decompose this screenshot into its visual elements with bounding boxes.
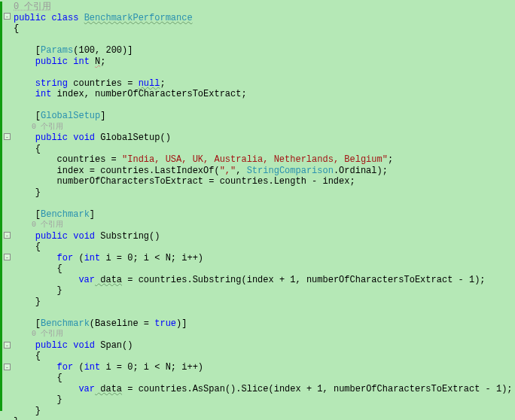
fold-toggle-icon[interactable]: - <box>4 133 11 140</box>
code-line[interactable]: var data = countries.AsSpan().Slice(inde… <box>14 384 515 395</box>
code-line[interactable]: for (int i = 0; i < N; i++) <box>14 253 515 264</box>
code-line[interactable]: numberOfCharactersToExtract = countries.… <box>14 176 515 187</box>
refs-hint[interactable]: 0 个引用 <box>14 122 515 133</box>
code-line[interactable] <box>14 198 515 209</box>
code-line[interactable]: public void Span() <box>14 340 515 352</box>
code-line[interactable]: { <box>14 242 515 253</box>
refs-hint[interactable]: 0 个引用 <box>14 329 515 340</box>
code-line[interactable]: } <box>14 406 515 417</box>
code-line[interactable]: for (int i = 0; i < N; i++) <box>14 362 515 373</box>
fold-toggle-icon[interactable]: - <box>4 232 11 239</box>
code-line[interactable]: } <box>14 285 515 297</box>
code-line[interactable]: string countries = null; <box>14 78 515 90</box>
code-line[interactable]: [Params(100, 200)] <box>14 45 515 56</box>
code-line[interactable]: countries = "India, USA, UK, Australia, … <box>14 154 515 166</box>
code-line[interactable] <box>14 307 515 318</box>
code-line[interactable]: { <box>14 351 515 362</box>
code-line[interactable]: { <box>14 373 515 384</box>
code-line[interactable]: public int N; <box>14 56 515 68</box>
code-line[interactable]: public void Substring() <box>14 231 515 242</box>
code-line[interactable]: { <box>14 144 515 155</box>
fold-toggle-icon[interactable]: - <box>4 254 11 260</box>
fold-toggle-icon[interactable]: - <box>4 342 11 348</box>
code-editor[interactable]: 0 个引用 public class BenchmarkPerformance … <box>0 0 515 420</box>
code-line[interactable]: } <box>14 187 515 199</box>
fold-toggle-icon[interactable]: - <box>4 13 11 20</box>
refs-hint[interactable]: 0 个引用 <box>14 220 515 231</box>
code-line[interactable]: var data = countries.Substring(index + 1… <box>14 275 515 286</box>
code-line[interactable]: [GlobalSetup] <box>14 111 515 122</box>
code-line[interactable] <box>14 67 515 78</box>
code-line[interactable]: [Benchmark(Baseline = true)] <box>14 318 515 330</box>
code-line[interactable]: { <box>14 23 515 35</box>
refs-hint: 0 个引用 <box>14 2 515 13</box>
code-line[interactable]: [Benchmark] <box>14 209 515 221</box>
code-line[interactable]: public class BenchmarkPerformance <box>14 13 515 24</box>
code-line[interactable]: } <box>14 416 515 420</box>
code-line[interactable] <box>14 100 515 111</box>
code-line[interactable]: int index, numberOfCharactersToExtract; <box>14 89 515 100</box>
code-line[interactable]: public void GlobalSetup() <box>14 132 515 144</box>
code-line[interactable]: { <box>14 263 515 275</box>
fold-toggle-icon[interactable]: - <box>4 364 11 370</box>
code-line[interactable]: } <box>14 394 515 406</box>
code-line[interactable]: index = countries.LastIndexOf(",", Strin… <box>14 166 515 177</box>
code-line[interactable] <box>14 35 515 46</box>
code-line[interactable]: } <box>14 297 515 308</box>
